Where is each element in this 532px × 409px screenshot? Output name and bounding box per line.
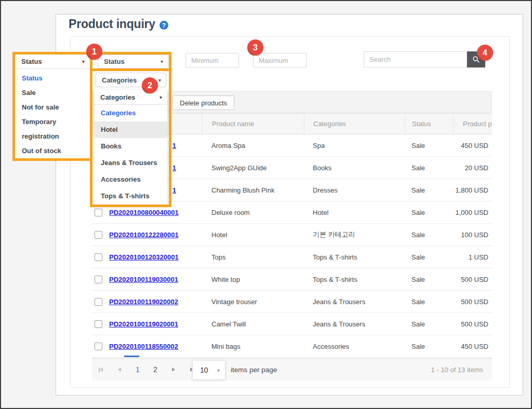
chevron-down-icon: ▾ [159,94,162,100]
items-per-page-label: items per page [231,359,277,380]
row-checkbox[interactable] [95,231,102,239]
code-cell: PD2020100119030001 [108,276,202,283]
next-page-icon[interactable] [168,364,179,375]
dropdown-option-label: Not for sale [22,103,59,111]
dropdown-option-label: Books [101,142,122,150]
price-cell: 1,000 USD [453,209,492,216]
dropdown-option[interactable]: Status [15,71,90,86]
first-page-icon[interactable] [95,364,107,375]
table-row: PD2020100122280001 Hotel 기본 카테고리 Sale 10… [92,224,492,246]
row-checkbox[interactable] [95,343,102,350]
product-code-link[interactable]: PD2020100119030001 [109,276,178,283]
status-cell: Sale [405,142,453,149]
categories-cell: Jeans & Trousers [304,298,405,306]
dropdown-option[interactable]: Temporary registration [15,115,90,144]
product-name-cell: Aroma Spa [202,142,304,149]
code-cell: PD2020100122280001 [108,231,202,239]
product-name-cell: Camel Twill [202,320,304,328]
categories-cell: 기본 카테고리 [304,230,405,239]
status-dropdown-header[interactable]: Status ▾ [15,54,90,69]
product-name-cell: Tops [202,253,304,261]
pagination-bar: 1 2 10 ▾ items per page 1 - 10 of 13 ite… [92,358,492,380]
items-range-label: 1 - 10 of 13 items [431,359,483,380]
dropdown-option-label: Hotel [101,126,118,133]
header-cell-status: Status [405,114,453,134]
product-code-link[interactable]: PD2020100800040001 [109,209,179,216]
header-cell-price: Product pr [453,114,492,134]
status-cell: Sale [405,186,453,194]
dropdown-option[interactable]: Accessories [94,171,167,188]
product-code-link[interactable]: PD2020100119020001 [109,320,178,328]
page-number-2[interactable]: 2 [150,365,161,374]
code-cell: PD2020100118550002 [108,343,202,350]
help-icon[interactable]: ? [159,21,168,30]
maximum-price-input[interactable] [253,53,307,67]
categories-cell: Dresses [304,186,405,194]
minimum-price-input[interactable] [185,53,239,67]
status-cell: Sale [405,343,453,350]
product-code-link[interactable]: 1 [172,164,176,172]
dropdown-option[interactable]: Categories [94,105,167,121]
product-name-cell: Deluxe room [202,209,304,216]
status-option-list: StatusSaleNot for saleTemporary registra… [15,69,90,158]
dropdown-option-label: Categories [101,109,136,117]
price-cell: 1,800 USD [453,186,492,194]
page-number-1[interactable]: 1 [132,365,143,374]
product-name-cell: White top [202,276,304,283]
code-cell: PD2020100119020001 [108,320,202,328]
dropdown-option[interactable]: Jeans & Trousers [94,155,167,171]
product-code-link[interactable]: 1 [172,142,176,149]
row-checkbox[interactable] [95,253,102,261]
row-checkbox[interactable] [95,209,102,216]
checkbox-cell [92,298,108,306]
status-cell: Sale [405,164,453,172]
search-input[interactable] [364,51,467,67]
table-row: PD2020100800040001 Deluxe room Hotel Sal… [92,201,492,224]
table-row: PD2020100120320001 Tops Tops & T-shirts … [92,246,492,268]
categories-cell: Tops & T-shirts [304,276,405,283]
categories-dropdown-header[interactable]: Categories ▾ [94,90,167,105]
dropdown-option[interactable]: Books [94,138,167,155]
product-code-link[interactable]: 1 [172,186,176,194]
dropdown-option-label: Out of stock [22,147,61,155]
table-row: PD2020100119030001 White top Tops & T-sh… [92,268,492,291]
status-dropdown-header-label: Status [21,58,42,65]
categories-cell: Tops & T-shirts [304,253,405,261]
checkbox-cell [92,343,108,350]
price-cell: 100 USD [453,231,492,239]
page-size-select[interactable]: 10 ▾ [192,360,225,380]
row-checkbox[interactable] [95,276,102,283]
page-header: Product inquiry ? [69,17,168,31]
dropdown-option-label: Status [22,74,43,82]
dropdown-option-label: Temporary registration [22,118,59,140]
row-checkbox[interactable] [95,320,102,328]
code-cell: PD2020100800040001 [108,209,202,216]
categories-filter-label: Categories [102,76,137,84]
dropdown-option[interactable]: Sale [15,86,90,100]
dropdown-option-label: Sale [22,89,36,97]
product-code-link[interactable]: PD2020100120320001 [109,253,179,261]
callout-badge-3: 3 [247,39,263,56]
dropdown-option[interactable]: Hotel [94,121,167,138]
delete-products-button[interactable]: Delete products [172,96,234,110]
page-size-value: 10 [200,366,208,374]
chevron-down-icon: ▾ [161,59,163,64]
previous-page-icon[interactable] [114,364,125,375]
dropdown-option[interactable]: Not for sale [15,100,90,115]
dropdown-option[interactable]: Out of stock [15,144,90,158]
status-filter-select[interactable]: Status ▾ [98,54,168,69]
product-code-link[interactable]: PD2020100119020002 [109,298,178,306]
screenshot-frame: Product inquiry ? Status ▾ Categories ▾ … [0,0,532,409]
product-name-cell: Hotel [202,231,304,239]
checkbox-cell [92,253,108,261]
product-code-link[interactable]: PD2020100118550002 [109,343,178,350]
chevron-down-icon: ▾ [82,59,85,64]
dropdown-option[interactable]: Tops & T-shirts [94,188,167,204]
product-name-cell: Mini bags [202,343,304,350]
price-cell: 500 USD [453,298,492,306]
price-cell: 450 USD [453,343,492,350]
product-name-cell: Charming Blush Pink [202,186,304,194]
row-checkbox[interactable] [95,298,102,306]
blue-dash-decor [124,356,139,357]
product-code-link[interactable]: PD2020100122280001 [109,231,179,239]
